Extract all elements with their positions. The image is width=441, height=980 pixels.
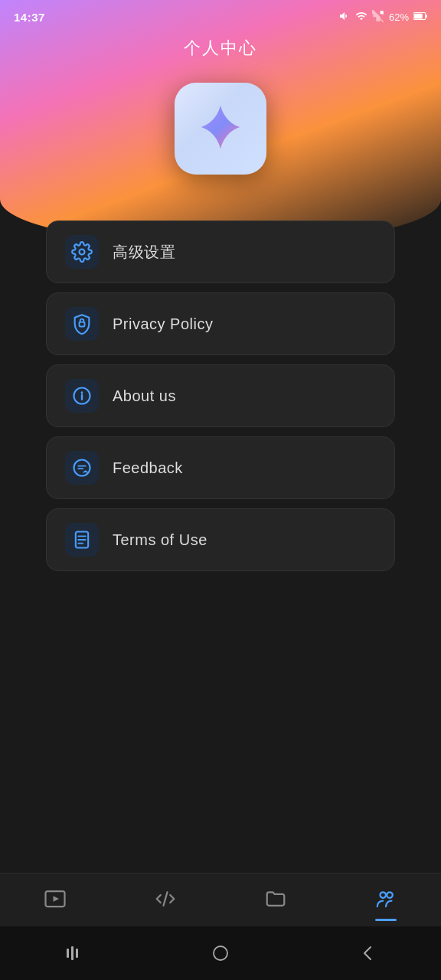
about-us-icon-box — [65, 379, 99, 413]
nav-item-media[interactable] — [31, 881, 79, 920]
privacy-policy-icon-box — [65, 307, 99, 341]
about-us-label: About us — [113, 387, 176, 405]
system-navigation-bar — [0, 926, 441, 980]
nav-item-profile[interactable] — [362, 881, 410, 920]
status-icons: 62% — [338, 10, 427, 24]
battery-icon — [413, 11, 427, 23]
home-button[interactable] — [198, 938, 243, 969]
profile-icon — [374, 887, 397, 913]
mute-icon — [338, 10, 351, 24]
transfer-icon — [154, 887, 177, 913]
page-title: 个人中心 — [0, 31, 441, 60]
signal-icon — [372, 10, 384, 24]
menu-item-advanced-settings[interactable]: 高级设置 — [46, 220, 395, 283]
advanced-settings-label: 高级设置 — [113, 242, 175, 263]
back-button[interactable] — [345, 938, 390, 969]
svg-rect-14 — [71, 946, 74, 960]
svg-rect-16 — [214, 946, 227, 960]
app-icon — [175, 83, 266, 175]
media-icon — [44, 887, 67, 913]
svg-point-11 — [381, 892, 387, 898]
battery-level: 62% — [389, 11, 409, 23]
gear-settings-icon — [71, 241, 93, 263]
svg-point-6 — [74, 460, 90, 476]
feedback-icon — [71, 457, 93, 479]
nav-item-files[interactable] — [252, 881, 299, 920]
terms-of-use-icon-box — [65, 523, 99, 557]
svg-rect-2 — [426, 15, 427, 18]
folder-icon — [264, 887, 287, 913]
status-time: 14:37 — [14, 11, 45, 24]
feedback-icon-box — [65, 451, 99, 485]
advanced-settings-icon-box — [65, 235, 99, 269]
svg-rect-13 — [67, 949, 69, 958]
privacy-policy-label: Privacy Policy — [113, 315, 213, 333]
bottom-navigation — [0, 873, 441, 926]
menu-item-privacy-policy[interactable]: Privacy Policy — [46, 292, 395, 355]
app-icon-wrapper — [0, 83, 441, 175]
menu-item-feedback[interactable]: Feedback — [46, 436, 395, 499]
document-terms-icon — [71, 529, 93, 550]
svg-point-12 — [387, 892, 393, 898]
svg-rect-1 — [414, 13, 423, 18]
menu-list: 高级设置 Privacy Policy About us — [46, 220, 395, 571]
svg-rect-15 — [76, 949, 78, 958]
star-icon — [193, 100, 248, 158]
info-about-icon — [71, 385, 93, 407]
svg-marker-10 — [54, 896, 60, 902]
status-bar: 14:37 62% — [0, 0, 441, 31]
menu-item-terms-of-use[interactable]: Terms of Use — [46, 508, 395, 571]
recent-apps-button[interactable] — [51, 938, 96, 969]
nav-item-transfer[interactable] — [142, 881, 189, 920]
wifi-icon — [355, 10, 368, 24]
terms-of-use-label: Terms of Use — [113, 531, 207, 549]
svg-point-3 — [80, 250, 85, 255]
feedback-label: Feedback — [113, 459, 183, 477]
menu-item-about-us[interactable]: About us — [46, 364, 395, 427]
shield-privacy-icon — [71, 313, 93, 335]
